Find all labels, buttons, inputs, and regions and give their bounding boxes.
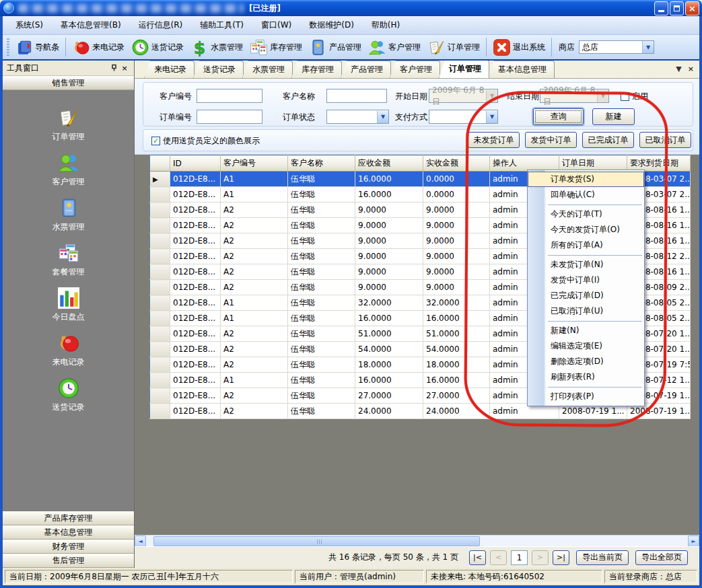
column-header-required-date[interactable]: 要求到货日期 (627, 155, 691, 172)
sidebar-section-bar[interactable]: 财务管理 (3, 540, 134, 554)
row-selector[interactable] (150, 280, 170, 295)
toolbar-customers-button[interactable]: 客户管理 (365, 36, 424, 59)
horizontal-scrollbar[interactable]: ◄ ► (135, 535, 699, 546)
sidebar-section-bar[interactable]: 产品库存管理 (3, 511, 134, 525)
toolbar-inventory-button[interactable]: 库存管理 (246, 36, 306, 59)
sidebar-section-bar[interactable]: 售后管理 (3, 554, 134, 568)
column-header-customer-name[interactable]: 客户名称 (288, 155, 355, 172)
next-page-button[interactable]: > (532, 550, 549, 565)
sidebar-item-order-management[interactable]: 订单管理 (28, 106, 109, 143)
column-header-received[interactable]: 实收金额 (423, 155, 490, 172)
context-menu-item[interactable]: 今天的发货订单(O) (528, 222, 644, 237)
new-button[interactable]: 新建 (592, 108, 635, 125)
sidebar-item-call-records[interactable]: 来电记录 (28, 332, 109, 368)
tab-call-records[interactable]: 来电记录 (144, 61, 195, 78)
row-selector[interactable] (150, 373, 170, 388)
customer-no-input[interactable] (197, 89, 262, 103)
row-selector[interactable] (150, 388, 170, 404)
tab-water-tickets[interactable]: 水票管理 (242, 61, 293, 78)
shipping-orders-button[interactable]: 发货中订单 (525, 132, 577, 148)
shop-select[interactable]: 总店 ▼ (579, 40, 654, 54)
scrollbar-thumb[interactable] (153, 536, 480, 546)
context-menu-item[interactable]: 已完成订单(D) (528, 288, 644, 303)
context-menu-item[interactable]: 刷新列表(R) (528, 369, 644, 385)
row-selector[interactable] (150, 311, 170, 326)
sidebar-item-package-management[interactable]: 套餐管理 (28, 242, 109, 278)
chevron-down-icon[interactable]: ▼ (377, 111, 388, 123)
context-menu-item[interactable]: 删除选定项(D) (528, 354, 644, 369)
tab-orders[interactable]: 订单管理 (439, 61, 489, 78)
menubar-item[interactable]: 窗口(W) (252, 17, 300, 34)
sidebar-item-delivery-records[interactable]: 送货记录 (28, 377, 109, 413)
cancelled-orders-button[interactable]: 已取消订单 (639, 132, 691, 148)
row-selector[interactable] (150, 218, 170, 233)
sidebar-section-sales[interactable]: 销售管理 (3, 76, 134, 90)
scroll-left-icon[interactable]: ◄ (135, 536, 146, 547)
tab-delivery-records[interactable]: 送货记录 (193, 61, 244, 78)
end-date-picker[interactable]: 2009年 6月 8日 ▼ (540, 89, 609, 103)
tab-customers[interactable]: 客户管理 (390, 61, 440, 78)
menubar-item[interactable]: 辅助工具(T) (191, 17, 252, 34)
context-menu-item[interactable]: 已取消订单(U) (528, 303, 644, 319)
menubar-item[interactable]: 数据维护(D) (300, 17, 363, 34)
toolbar-products-button[interactable]: 产品管理 (306, 36, 365, 59)
close-icon[interactable]: × (119, 63, 130, 73)
completed-orders-button[interactable]: 已完成订单 (582, 132, 634, 148)
scroll-right-icon[interactable]: ► (688, 536, 699, 547)
row-selector[interactable] (150, 326, 170, 342)
toolbar-delivery-records-button[interactable]: 送货记录 (128, 36, 187, 59)
sidebar-item-customer-management[interactable]: 客户管理 (28, 151, 109, 188)
start-date-picker[interactable]: 2009年 6月 8日 ▼ (429, 89, 498, 103)
row-selector[interactable] (150, 264, 170, 280)
export-all-pages-button[interactable]: 导出全部页 (635, 550, 688, 565)
toolbar-water-tickets-button[interactable]: 水票管理 (187, 36, 246, 59)
maximize-button[interactable] (670, 1, 684, 15)
toolbar-orders-button[interactable]: 订单管理 (424, 36, 483, 59)
pin-icon[interactable] (108, 63, 119, 73)
column-header-operator[interactable]: 操作人 (490, 155, 559, 172)
order-status-select[interactable]: ▼ (326, 110, 389, 124)
query-button[interactable]: 查询 (533, 108, 584, 125)
context-menu-item[interactable]: 新建(N) (528, 323, 644, 338)
page-number-input[interactable] (511, 550, 528, 565)
context-menu-item[interactable]: 所有的订单(A) (528, 237, 644, 253)
tab-basic-info[interactable]: 基本信息管理 (488, 61, 555, 78)
row-selector[interactable] (150, 357, 170, 373)
context-menu-item[interactable]: 发货中订单(I) (528, 272, 644, 288)
chevron-down-icon[interactable]: ▼ (642, 41, 654, 53)
first-page-button[interactable]: |< (469, 550, 486, 565)
row-selector[interactable] (150, 233, 170, 249)
column-header-customer-no[interactable]: 客户编号 (221, 155, 288, 172)
menubar-item[interactable]: 帮助(H) (363, 17, 409, 34)
menubar-item[interactable]: 运行信息(R) (130, 17, 192, 34)
context-menu-item[interactable]: 订单发货(S) (528, 172, 644, 187)
sidebar-item-today-inventory[interactable]: 今日盘点 (28, 287, 109, 323)
toolbar-call-records-button[interactable]: 来电记录 (69, 36, 128, 59)
context-menu-item[interactable]: 今天的订单(T) (528, 207, 644, 222)
tab-products[interactable]: 产品管理 (341, 61, 391, 78)
row-selector[interactable] (150, 203, 170, 218)
tab-close-icon[interactable]: × (688, 65, 694, 73)
row-selector[interactable] (150, 187, 170, 203)
unshipped-orders-button[interactable]: 未发货订单 (468, 132, 520, 148)
menubar-item[interactable]: 基本信息管理(B) (52, 17, 130, 34)
pay-method-select[interactable]: ▼ (429, 110, 498, 124)
column-header-id[interactable]: ID (170, 155, 221, 172)
context-menu-item[interactable]: 打印列表(P) (528, 389, 644, 404)
minimize-button[interactable] (654, 1, 668, 15)
last-page-button[interactable]: >| (553, 550, 569, 565)
close-button[interactable]: × (685, 1, 699, 15)
sidebar-section-bar[interactable]: 基本信息管理 (3, 525, 134, 540)
sidebar-item-water-ticket-management[interactable]: 水票管理 (28, 196, 109, 233)
row-selector[interactable] (150, 404, 170, 419)
column-header-order-date[interactable]: 订单日期 (559, 155, 627, 172)
context-menu-item[interactable]: 回单确认(C) (528, 187, 644, 203)
context-menu-item[interactable]: 未发货订单(N) (528, 257, 644, 272)
toolbar-exit-button[interactable]: 退出系统 (489, 36, 549, 59)
row-selector[interactable] (150, 342, 170, 357)
color-display-checkbox[interactable]: ✓ 使用送货员定义的颜色展示 (151, 135, 260, 147)
chevron-down-icon[interactable]: ▼ (486, 111, 497, 123)
order-no-input[interactable] (197, 110, 262, 124)
tab-scroll-dropdown-icon[interactable]: ▼ (676, 65, 681, 73)
menubar-item[interactable]: 系统(S) (7, 17, 52, 34)
